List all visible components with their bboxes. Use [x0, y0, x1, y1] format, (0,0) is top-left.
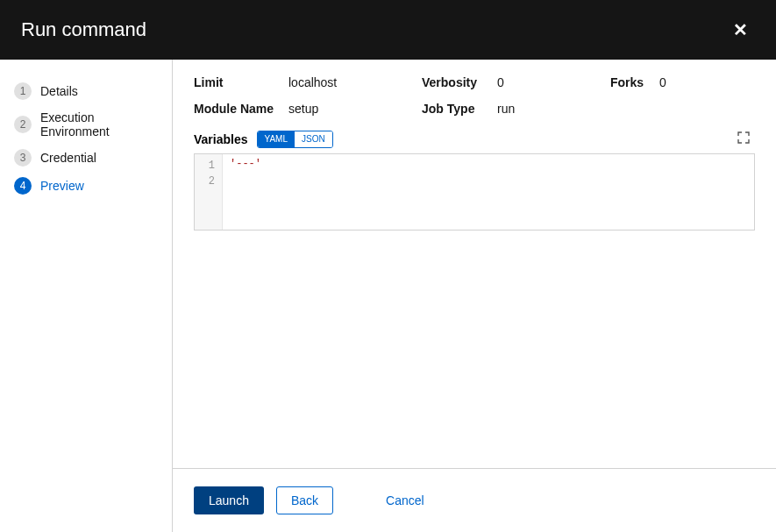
modal-body: 1 Details 2 Execution Environment 3 Cred… — [0, 60, 776, 532]
toggle-yaml-button[interactable]: YAML — [258, 131, 295, 147]
detail-module: Module Name setup — [194, 102, 422, 116]
cancel-button[interactable]: Cancel — [372, 487, 438, 514]
launch-button[interactable]: Launch — [194, 486, 264, 514]
detail-label: Forks — [610, 75, 645, 89]
code-line: '---' — [230, 158, 261, 170]
step-details[interactable]: 1 Details — [14, 77, 158, 105]
wizard-sidebar: 1 Details 2 Execution Environment 3 Cred… — [0, 60, 173, 532]
step-label: Execution Environment — [40, 110, 158, 138]
code-content[interactable]: '---' — [223, 154, 754, 230]
detail-value: setup — [288, 102, 318, 116]
step-label: Details — [40, 84, 78, 98]
step-credential[interactable]: 3 Credential — [14, 144, 158, 172]
step-number: 3 — [14, 149, 32, 167]
modal-footer: Launch Back Cancel — [173, 468, 776, 532]
main-panel: Limit localhost Verbosity 0 Forks 0 Modu… — [173, 60, 776, 532]
variables-label: Variables — [194, 132, 248, 146]
gutter-line: 1 — [202, 158, 215, 174]
detail-verbosity: Verbosity 0 — [422, 75, 610, 89]
detail-label: Job Type — [422, 102, 483, 116]
step-number: 4 — [14, 177, 32, 195]
detail-forks: Forks 0 — [610, 75, 755, 89]
code-editor[interactable]: 1 2 '---' — [194, 153, 755, 231]
detail-value: localhost — [288, 75, 337, 89]
modal-title: Run command — [21, 18, 146, 41]
detail-value: 0 — [659, 75, 666, 89]
content-area: Limit localhost Verbosity 0 Forks 0 Modu… — [173, 60, 776, 468]
back-button[interactable]: Back — [276, 486, 333, 514]
detail-label: Limit — [194, 75, 274, 89]
expand-icon[interactable] — [732, 130, 755, 148]
detail-value: run — [497, 102, 515, 116]
details-grid: Limit localhost Verbosity 0 Forks 0 Modu… — [194, 75, 755, 116]
detail-label: Module Name — [194, 102, 274, 116]
step-number: 2 — [14, 116, 32, 133]
step-preview[interactable]: 4 Preview — [14, 172, 158, 200]
step-label: Preview — [40, 179, 84, 193]
gutter-line: 2 — [202, 174, 215, 189]
detail-value: 0 — [497, 75, 504, 89]
variables-left: Variables YAML JSON — [194, 131, 333, 148]
step-execution-environment[interactable]: 2 Execution Environment — [14, 105, 158, 144]
detail-jobtype: Job Type run — [422, 102, 610, 116]
detail-limit: Limit localhost — [194, 75, 422, 89]
toggle-json-button[interactable]: JSON — [295, 131, 332, 147]
modal-header: Run command ✕ — [0, 0, 776, 60]
close-icon[interactable]: ✕ — [726, 16, 755, 44]
step-number: 1 — [14, 82, 32, 100]
format-toggle: YAML JSON — [257, 131, 333, 148]
detail-label: Verbosity — [422, 75, 483, 89]
code-gutter: 1 2 — [195, 154, 223, 230]
step-label: Credential — [40, 151, 96, 165]
variables-row: Variables YAML JSON — [194, 130, 755, 148]
